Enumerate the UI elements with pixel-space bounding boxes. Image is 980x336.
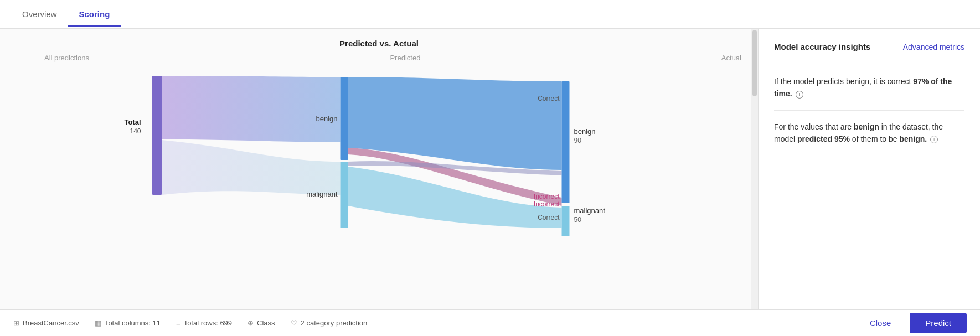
predict-button[interactable]: Predict bbox=[910, 313, 967, 333]
svg-text:benign: benign bbox=[574, 127, 596, 136]
svg-rect-0 bbox=[152, 76, 162, 195]
footer-columns: ▦ Total columns: 11 bbox=[95, 319, 161, 327]
columns-icon: ▦ bbox=[95, 319, 101, 327]
svg-text:90: 90 bbox=[574, 137, 582, 144]
footer-rows: ≡ Total rows: 699 bbox=[176, 319, 232, 327]
svg-rect-4 bbox=[341, 162, 348, 228]
svg-text:Total: Total bbox=[124, 118, 141, 126]
rows-icon: ≡ bbox=[176, 319, 180, 327]
insight2-pre: For the values that are bbox=[774, 122, 854, 131]
col-predicted: Predicted bbox=[390, 54, 420, 62]
chart-panel: Predicted vs. Actual All predictions Pre… bbox=[0, 29, 759, 309]
col-actual: Actual bbox=[721, 54, 741, 62]
svg-rect-7 bbox=[562, 81, 570, 203]
svg-text:malignant: malignant bbox=[306, 190, 338, 198]
footer: ⊞ BreastCancer.csv ▦ Total columns: 11 ≡… bbox=[0, 309, 980, 336]
insight-block-2: For the values that are benign in the da… bbox=[774, 110, 964, 156]
svg-text:Incorrect: Incorrect bbox=[534, 193, 560, 200]
insight2-end: of them to be bbox=[850, 135, 900, 143]
footer-actions: Close Predict bbox=[858, 313, 967, 333]
insight1-pre: If the model predicts benign, it is corr… bbox=[774, 77, 913, 86]
rows-label: Total rows: 699 bbox=[184, 319, 232, 327]
columns-label: Total columns: 11 bbox=[105, 319, 161, 327]
target-icon: ⊕ bbox=[247, 319, 254, 327]
svg-text:benign: benign bbox=[316, 115, 337, 123]
prediction-label: 2 category prediction bbox=[301, 319, 368, 327]
main-area: Predicted vs. Actual All predictions Pre… bbox=[0, 29, 980, 309]
info-icon-2[interactable]: i bbox=[930, 136, 938, 143]
insight2-bold2: predicted 95% bbox=[797, 135, 850, 143]
file-icon: ⊞ bbox=[13, 319, 19, 327]
svg-text:Correct: Correct bbox=[538, 214, 560, 221]
chart-title: Predicted vs. Actual bbox=[0, 29, 758, 54]
col-all-predictions: All predictions bbox=[44, 54, 89, 62]
svg-text:140: 140 bbox=[130, 127, 141, 135]
insight2-bold1: benign bbox=[854, 122, 879, 131]
sankey-diagram: Total 140 benign malignant bbox=[0, 65, 758, 242]
chart-column-labels: All predictions Predicted Actual bbox=[0, 54, 758, 62]
svg-text:Correct: Correct bbox=[538, 95, 560, 102]
insights-panel: Model accuracy insights Advanced metrics… bbox=[759, 29, 980, 309]
footer-prediction-type: ♡ 2 category prediction bbox=[291, 319, 368, 327]
info-icon-1[interactable]: i bbox=[796, 91, 803, 99]
filename-label: BreastCancer.csv bbox=[23, 319, 79, 327]
svg-rect-8 bbox=[562, 206, 570, 236]
tab-scoring[interactable]: Scoring bbox=[68, 2, 121, 27]
insight1-pct: 97% bbox=[913, 77, 929, 86]
insight-block-1: If the model predicts benign, it is corr… bbox=[774, 65, 964, 110]
svg-text:malignant: malignant bbox=[574, 206, 606, 215]
tab-overview[interactable]: Overview bbox=[11, 2, 68, 27]
advanced-metrics-link[interactable]: Advanced metrics bbox=[903, 43, 964, 51]
svg-text:Incorrect: Incorrect bbox=[534, 200, 560, 208]
svg-rect-3 bbox=[341, 77, 348, 160]
close-button[interactable]: Close bbox=[858, 314, 903, 332]
insights-header: Model accuracy insights Advanced metrics bbox=[774, 42, 964, 51]
scrollbar[interactable] bbox=[751, 29, 758, 309]
insight2-bold3: benign. bbox=[899, 135, 927, 143]
footer-target: ⊕ Class bbox=[247, 319, 275, 327]
target-label: Class bbox=[257, 319, 275, 327]
tabs-bar: Overview Scoring bbox=[0, 0, 980, 29]
prediction-icon: ♡ bbox=[291, 319, 297, 327]
insights-title: Model accuracy insights bbox=[774, 42, 870, 51]
footer-file: ⊞ BreastCancer.csv bbox=[13, 319, 79, 327]
svg-text:50: 50 bbox=[574, 216, 582, 224]
